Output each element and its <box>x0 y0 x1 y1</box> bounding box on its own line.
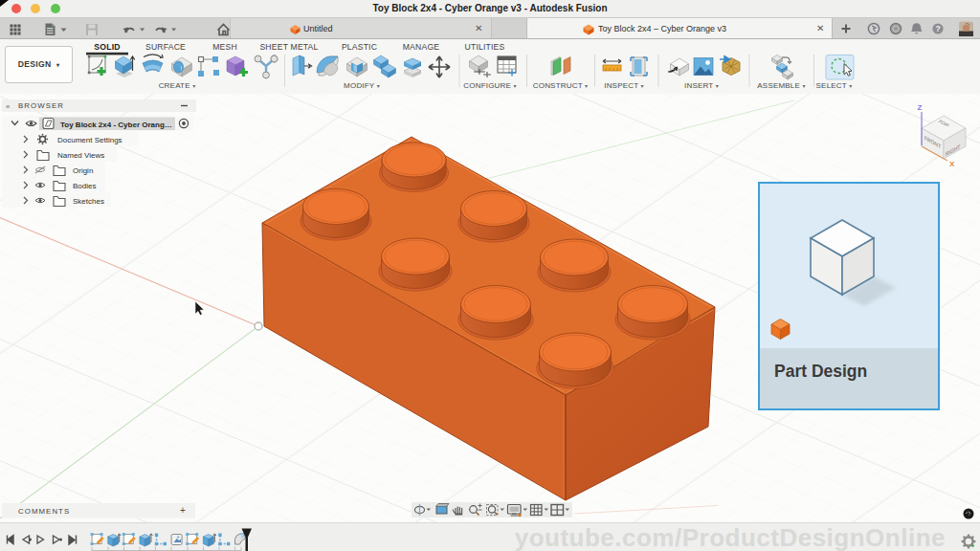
svg-text:Part Design: Part Design <box>774 362 867 381</box>
svg-text:SOLID: SOLID <box>94 42 120 52</box>
svg-text:Named Views: Named Views <box>57 151 104 160</box>
svg-text:COMMENTS: COMMENTS <box>18 507 70 516</box>
svg-text:Document Settings: Document Settings <box>57 136 122 144</box>
svg-text:Z: Z <box>918 103 923 112</box>
svg-text:BROWSER: BROWSER <box>18 101 64 110</box>
svg-text:SELECT ▾: SELECT ▾ <box>816 81 853 90</box>
svg-text:SHEET METAL: SHEET METAL <box>259 42 318 52</box>
svg-text:Sketches: Sketches <box>73 197 104 206</box>
svg-text:Toy Block 2x4 - Cyber Orang…: Toy Block 2x4 - Cyber Orang… <box>60 121 172 129</box>
svg-text:MESH: MESH <box>212 42 237 52</box>
svg-text:INSERT ▾: INSERT ▾ <box>684 81 719 90</box>
svg-text:CONFIGURE ▾: CONFIGURE ▾ <box>463 81 516 90</box>
svg-text:UTILITIES: UTILITIES <box>465 42 505 52</box>
svg-text:Origin: Origin <box>73 166 93 175</box>
svg-text:ASSEMBLE ▾: ASSEMBLE ▾ <box>757 81 805 90</box>
svg-text:«: « <box>6 102 11 111</box>
svg-text:Bodies: Bodies <box>73 182 96 190</box>
svg-text:SURFACE: SURFACE <box>145 42 186 52</box>
svg-text:?: ? <box>935 24 940 33</box>
svg-text:CREATE ▾: CREATE ▾ <box>159 81 196 90</box>
svg-text:INSPECT ▾: INSPECT ▾ <box>604 81 644 90</box>
svg-text:+: + <box>180 505 186 516</box>
svg-text:MANAGE: MANAGE <box>403 42 440 52</box>
svg-text:MODIFY ▾: MODIFY ▾ <box>344 81 380 90</box>
svg-text:CONSTRUCT ▾: CONSTRUCT ▾ <box>533 81 589 90</box>
svg-text:X: X <box>949 160 955 168</box>
svg-text:PLASTIC: PLASTIC <box>342 42 377 52</box>
